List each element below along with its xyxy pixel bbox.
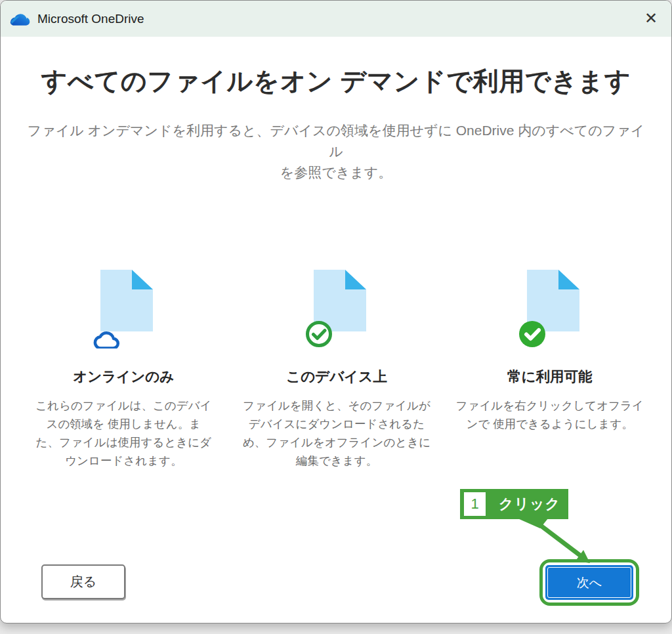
next-button-label: 次へ <box>547 567 631 598</box>
file-check-outline-icon <box>303 268 370 349</box>
next-button[interactable]: 次へ <box>545 565 633 600</box>
next-button-highlight: 次へ <box>539 559 639 606</box>
options-row: オンラインのみ これらのファイルは、このデバイ スの領域を 使用しません。ま た… <box>20 268 653 470</box>
file-cloud-icon <box>90 268 157 349</box>
option-title: このデバイス上 <box>286 367 387 386</box>
window-title: Microsoft OneDrive <box>37 12 144 26</box>
page-subtitle: ファイル オンデマンドを利用すると、デバイスの領域を使用せずに OneDrive… <box>27 120 645 183</box>
option-title: オンラインのみ <box>73 367 174 386</box>
back-button[interactable]: 戻る <box>41 564 125 599</box>
close-icon[interactable]: ✕ <box>637 6 665 31</box>
option-always-available: 常に利用可能 ファイルを右クリックしてオフライ ンで 使用できるようにします。 <box>446 268 653 470</box>
option-description: これらのファイルは、このデバイ スの領域を 使用しません。ま た、ファイルは使用… <box>35 396 211 470</box>
annotation-step-label: 1 クリック <box>460 489 568 519</box>
annotation-step-number: 1 <box>464 492 486 516</box>
title-bar: Microsoft OneDrive <box>1 1 671 37</box>
option-on-this-device: このデバイス上 ファイルを開くと、そのファイルが デバイスにダウンロードされるた… <box>234 268 440 470</box>
option-description: ファイルを開くと、そのファイルが デバイスにダウンロードされるた め、ファイルを… <box>243 396 430 470</box>
page-title: すべてのファイルをオン デマンドで利用できます <box>1 64 671 99</box>
annotation-step-text: クリック <box>499 494 560 514</box>
option-title: 常に利用可能 <box>507 367 593 386</box>
file-check-filled-icon <box>516 268 583 349</box>
onedrive-logo-icon <box>10 12 31 26</box>
option-description: ファイルを右クリックしてオフライ ンで 使用できるようにします。 <box>456 396 644 433</box>
option-online-only: オンラインのみ これらのファイルは、このデバイ スの領域を 使用しません。ま た… <box>20 268 227 470</box>
onedrive-dialog-window: Microsoft OneDrive ✕ すべてのファイルをオン デマンドで利用… <box>0 0 672 623</box>
